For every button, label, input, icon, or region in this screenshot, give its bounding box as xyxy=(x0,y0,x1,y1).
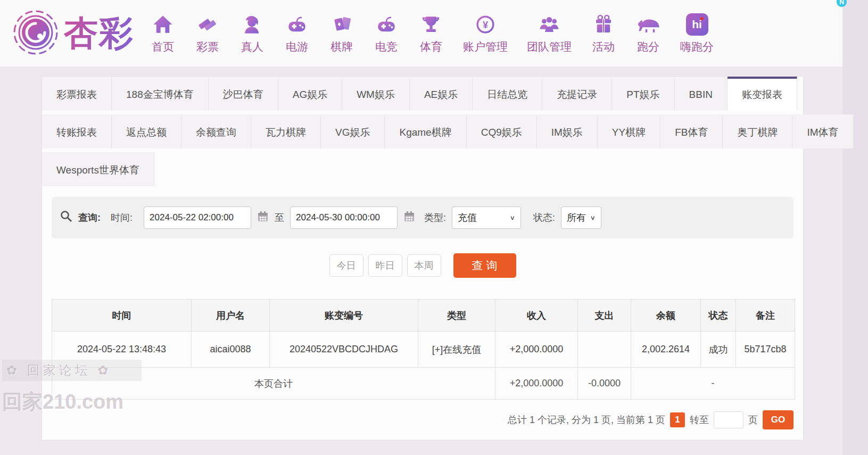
search-button[interactable]: 查 询 xyxy=(453,253,516,278)
tab-kgame[interactable]: Kgame棋牌 xyxy=(385,114,466,148)
logo-flower-icon xyxy=(12,9,60,59)
tab-transfer-report[interactable]: 转账报表 xyxy=(42,114,112,148)
tab-yy-cards[interactable]: YY棋牌 xyxy=(598,114,660,148)
tab-account-change-report[interactable]: 账变报表 xyxy=(728,77,797,111)
tab-im-sport[interactable]: IM体育 xyxy=(792,114,853,148)
pagination: 总计 1 个记录, 分为 1 页, 当前第 1 页 1 转至 页 GO xyxy=(52,410,793,429)
brand-logo[interactable]: 杏彩 xyxy=(12,9,134,59)
tab-ag[interactable]: AG娱乐 xyxy=(278,77,342,111)
page-label: 页 xyxy=(748,413,758,426)
col-time: 时间 xyxy=(52,300,192,332)
hi-icon: hi xyxy=(684,12,710,37)
hi-dot xyxy=(700,17,704,20)
type-select-value: 充值 xyxy=(458,211,477,224)
main-nav: 首页 彩票 N 真人 xyxy=(150,12,714,54)
nav-item-cards[interactable]: 棋牌 xyxy=(329,12,354,54)
nav-item-lottery[interactable]: 彩票 xyxy=(195,12,220,54)
summary-row: 本页合计 +2,000.0000 -0.0000 - xyxy=(52,368,795,400)
today-button[interactable]: 今日 xyxy=(329,254,363,277)
nav-item-sports[interactable]: N 体育 xyxy=(418,12,444,54)
tab-vg[interactable]: VG娱乐 xyxy=(321,114,385,148)
cell-remark: 5b717cb8 xyxy=(736,332,795,368)
esports-icon xyxy=(374,12,399,37)
nav-item-paofen[interactable]: 跑分 xyxy=(635,12,661,54)
nav-item-egames[interactable]: H 电游 xyxy=(284,12,310,54)
query-label: 查询: xyxy=(78,211,101,224)
col-expense: 支出 xyxy=(578,300,631,332)
cell-expense xyxy=(578,332,631,368)
svg-text:¥: ¥ xyxy=(483,19,489,30)
sports-icon xyxy=(418,12,444,37)
col-income: 收入 xyxy=(495,300,578,332)
nav-item-team[interactable]: 团队管理 xyxy=(527,12,572,54)
chevron-down-icon: ∨ xyxy=(590,214,596,221)
cell-time: 2024-05-22 13:48:43 xyxy=(52,332,192,368)
tab-wm[interactable]: WM娱乐 xyxy=(342,77,410,111)
tab-im[interactable]: IM娱乐 xyxy=(537,114,598,148)
team-icon xyxy=(536,12,562,37)
table-row: 2024-05-22 13:48:43 aicai0088 20240522VB… xyxy=(52,332,795,368)
table-header-row: 时间 用户名 账变编号 类型 收入 支出 余额 状态 备注 xyxy=(52,300,795,332)
background-strip xyxy=(842,0,868,455)
tab-wali-cards[interactable]: 瓦力棋牌 xyxy=(251,114,321,148)
goto-page-input[interactable] xyxy=(714,411,743,428)
col-type: 类型 xyxy=(418,300,495,332)
goto-label: 转至 xyxy=(690,413,709,426)
tab-deposit-withdraw[interactable]: 充提记录 xyxy=(542,77,612,111)
date-from-input[interactable] xyxy=(144,206,251,229)
paofen-icon xyxy=(635,12,661,37)
search-bar: 查询: 时间: 至 类型: 充值 ∨ 状态: 所有 ∨ xyxy=(52,197,793,238)
col-status: 状态 xyxy=(701,300,736,332)
go-button[interactable]: GO xyxy=(763,410,793,429)
calendar-icon[interactable] xyxy=(257,211,269,225)
date-to-input[interactable] xyxy=(290,206,398,229)
nav-item-promo[interactable]: 活动 xyxy=(591,12,616,54)
tab-shaba-sport[interactable]: 沙巴体育 xyxy=(209,77,278,111)
tab-daily-summary[interactable]: 日结总览 xyxy=(473,77,542,111)
summary-balance-area: - xyxy=(631,368,795,400)
tab-fb-sport[interactable]: FB体育 xyxy=(660,114,723,148)
yesterday-button[interactable]: 昨日 xyxy=(368,254,402,277)
this-week-button[interactable]: 本周 xyxy=(407,254,441,277)
cell-balance: 2,002.2614 xyxy=(631,332,701,368)
nav-item-esports[interactable]: 电竞 xyxy=(374,12,399,54)
tab-balance-query[interactable]: 余额查询 xyxy=(181,114,251,148)
top-header: 杏彩 首页 彩票 xyxy=(0,0,842,67)
cell-income: +2,000.0000 xyxy=(495,332,578,368)
account-change-table: 时间 用户名 账变编号 类型 收入 支出 余额 状态 备注 2024-05-22… xyxy=(52,299,795,400)
tab-ae[interactable]: AE娱乐 xyxy=(410,77,473,111)
summary-label: 本页合计 xyxy=(52,368,495,400)
quick-buttons-row: 今日 昨日 本周 查 询 xyxy=(42,253,803,278)
nav-item-account[interactable]: ¥ 账户管理 xyxy=(463,12,508,54)
tab-aoding-cards[interactable]: 奥丁棋牌 xyxy=(723,114,792,148)
status-select[interactable]: 所有 ∨ xyxy=(561,206,601,229)
report-card: 彩票报表 188金宝博体育 沙巴体育 AG娱乐 WM娱乐 AE娱乐 日结总览 充… xyxy=(42,76,804,441)
nav-item-hi-paofen[interactable]: hi 嗨跑分 xyxy=(680,12,714,54)
col-remark: 备注 xyxy=(736,300,795,332)
tab-rebate-total[interactable]: 返点总额 xyxy=(112,114,181,148)
slots-icon xyxy=(284,12,310,37)
tab-188-sport[interactable]: 188金宝博体育 xyxy=(112,77,209,111)
type-select[interactable]: 充值 ∨ xyxy=(452,206,521,229)
cell-username: aicai0088 xyxy=(192,332,270,368)
chevron-down-icon: ∨ xyxy=(510,214,515,221)
current-page-badge[interactable]: 1 xyxy=(670,412,685,427)
brand-name: 杏彩 xyxy=(64,10,134,56)
summary-income: +2,000.0000 xyxy=(495,368,578,400)
tab-lottery-report[interactable]: 彩票报表 xyxy=(42,77,112,111)
nav-item-live[interactable]: N 真人 xyxy=(239,12,265,54)
tab-cq9[interactable]: CQ9娱乐 xyxy=(467,114,537,148)
calendar-icon[interactable] xyxy=(403,211,415,225)
tab-row-2: 转账报表 返点总额 余额查询 瓦力棋牌 VG娱乐 Kgame棋牌 CQ9娱乐 I… xyxy=(42,114,803,148)
col-username: 用户名 xyxy=(192,300,270,332)
tab-row-3: Wesports世界体育 xyxy=(42,152,803,186)
time-label: 时间: xyxy=(111,211,133,224)
status-select-value: 所有 xyxy=(567,211,586,224)
cell-txn-id: 20240522VBCDCJHDAG xyxy=(270,332,418,368)
tab-pt[interactable]: PT娱乐 xyxy=(612,77,674,111)
gift-icon xyxy=(591,12,616,37)
lottery-icon xyxy=(195,12,220,37)
tab-bbin[interactable]: BBIN xyxy=(675,77,728,111)
tab-wesports[interactable]: Wesports世界体育 xyxy=(42,152,154,186)
nav-item-home[interactable]: 首页 xyxy=(150,12,176,54)
